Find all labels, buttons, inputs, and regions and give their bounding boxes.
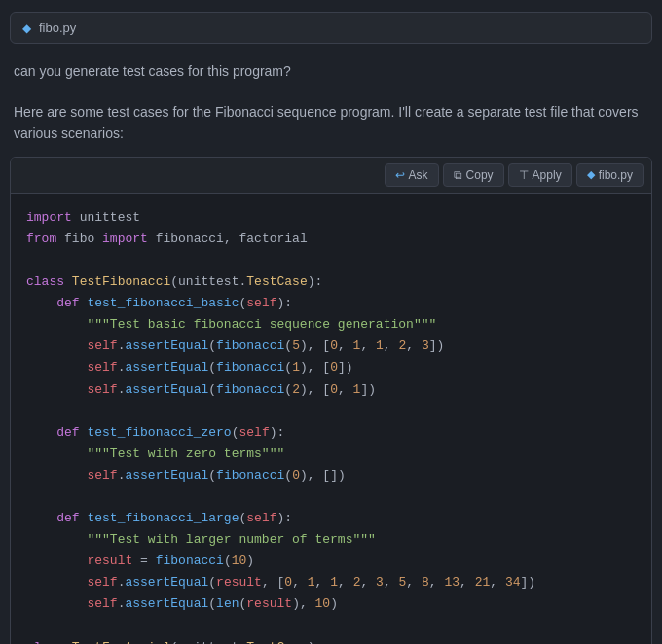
ask-button[interactable]: ↩ Ask <box>385 163 439 187</box>
copy-label: Copy <box>466 168 494 182</box>
file-badge-icon: ◆ <box>587 168 595 181</box>
apply-icon: ⊤ <box>519 168 529 182</box>
user-query: can you generate test cases for this pro… <box>0 54 662 95</box>
code-toolbar: ↩ Ask ⧉ Copy ⊤ Apply ◆ fibo.py <box>11 158 651 194</box>
code-block: import unittest from fibo import fibonac… <box>11 194 651 644</box>
apply-button[interactable]: ⊤ Apply <box>508 163 572 187</box>
ask-label: Ask <box>409 168 428 182</box>
response-text: Here are some test cases for the Fibonac… <box>0 95 662 157</box>
file-badge-name: fibo.py <box>599 168 633 182</box>
copy-icon: ⧉ <box>454 168 462 182</box>
ask-icon: ↩ <box>395 168 405 182</box>
file-indicator-icon: ◆ <box>22 21 31 35</box>
code-container: ↩ Ask ⧉ Copy ⊤ Apply ◆ fibo.py import un… <box>10 157 652 644</box>
top-bar: ◆ fibo.py <box>10 12 652 44</box>
apply-label: Apply <box>533 168 562 182</box>
file-indicator-name: fibo.py <box>39 20 76 35</box>
file-badge: ◆ fibo.py <box>576 163 644 187</box>
copy-button[interactable]: ⧉ Copy <box>443 163 504 187</box>
